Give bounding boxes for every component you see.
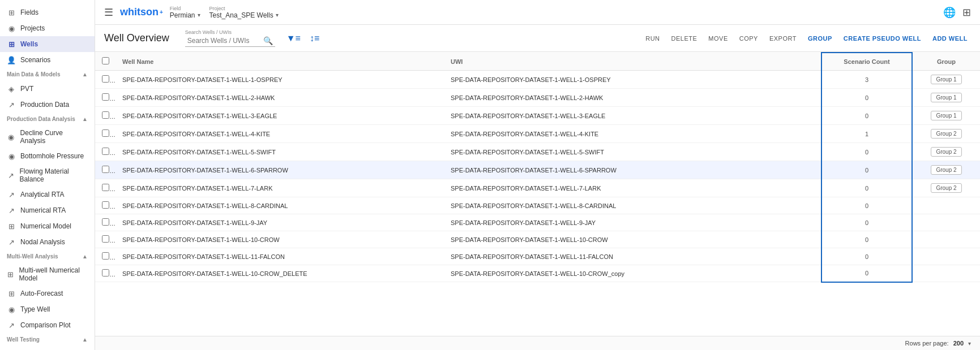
sidebar-item-comparison-plot[interactable]: ↗ Comparison Plot	[0, 317, 95, 333]
group-badge[interactable]: Group 2	[931, 183, 961, 193]
add-well-button[interactable]: ADD WELL	[929, 33, 971, 44]
select-all-checkbox[interactable]	[102, 57, 109, 64]
auto-forecast-label: Auto-Forecast	[20, 289, 63, 297]
row-checkbox-cell[interactable]	[95, 107, 115, 125]
group-button[interactable]: GROUP	[804, 33, 836, 44]
table-row: SPE-DATA-REPOSITORY-DATASET-1-WELL-11-FA…	[95, 248, 980, 265]
row-scenario-count: 0	[821, 231, 912, 248]
wells-table: Well Name UWI Scenario Count Group SPE-D…	[95, 52, 980, 283]
table-row: SPE-DATA-REPOSITORY-DATASET-1-WELL-10-CR…	[95, 265, 980, 282]
sidebar-item-pvt[interactable]: ◈ PVT	[0, 81, 95, 97]
field-value[interactable]: Permian ▾	[170, 11, 200, 19]
copy-button[interactable]: COPY	[736, 33, 761, 44]
row-checkbox[interactable]	[102, 269, 109, 276]
main-data-label: Main Data & Models	[7, 71, 60, 77]
row-group[interactable]: Group 1	[912, 107, 980, 125]
row-checkbox[interactable]	[102, 218, 109, 226]
row-checkbox-cell[interactable]	[95, 143, 115, 161]
globe-icon[interactable]: 🌐	[943, 6, 956, 19]
sidebar-item-bottomhole[interactable]: ◉ Bottomhole Pressure	[0, 148, 95, 164]
project-selector[interactable]: Project Test_Ana_SPE Wells ▾	[209, 6, 279, 19]
row-checkbox[interactable]	[102, 93, 109, 101]
sidebar-item-projects[interactable]: ◉ Projects	[0, 20, 95, 36]
sidebar-item-type-well[interactable]: ◉ Type Well	[0, 301, 95, 317]
group-badge[interactable]: Group 1	[931, 93, 961, 102]
row-checkbox-cell[interactable]	[95, 161, 115, 179]
apps-icon[interactable]: ⊞	[962, 6, 971, 19]
move-button[interactable]: MOVE	[705, 33, 731, 44]
main-data-chevron: ▲	[82, 71, 88, 77]
row-group[interactable]: Group 2	[912, 161, 980, 179]
multiwell-section-toggle[interactable]: Multi-Well Analysis ▲	[0, 250, 95, 263]
field-selector[interactable]: Field Permian ▾	[170, 6, 200, 19]
table-footer: Rows per page: 200 ▾	[95, 336, 980, 350]
row-checkbox[interactable]	[102, 252, 109, 260]
row-group[interactable]: Group 2	[912, 143, 980, 161]
topbar-right: 🌐 ⊞	[943, 6, 971, 19]
group-badge[interactable]: Group 2	[931, 129, 961, 139]
row-checkbox[interactable]	[102, 166, 109, 173]
row-checkbox-cell[interactable]	[95, 265, 115, 282]
sidebar-item-flowing-material[interactable]: ↗ Flowing Material Balance	[0, 164, 95, 187]
row-scenario-count: 0	[821, 179, 912, 197]
sidebar-item-auto-forecast[interactable]: ⊞ Auto-Forecast	[0, 286, 95, 301]
sidebar-item-numerical-model[interactable]: ⊞ Numerical Model	[0, 218, 95, 234]
row-group[interactable]: Group 2	[912, 179, 980, 197]
row-checkbox-cell[interactable]	[95, 214, 115, 231]
row-checkbox[interactable]	[102, 148, 109, 155]
run-button[interactable]: RUN	[642, 33, 663, 44]
row-checkbox[interactable]	[102, 235, 109, 243]
row-checkbox-cell[interactable]	[95, 179, 115, 197]
production-analysis-section-toggle[interactable]: Production Data Analysis ▲	[0, 113, 95, 126]
row-well-name: SPE-DATA-REPOSITORY-DATASET-1-WELL-6-SPA…	[115, 161, 444, 179]
row-checkbox[interactable]	[102, 111, 109, 119]
row-checkbox[interactable]	[102, 129, 109, 137]
row-well-name: SPE-DATA-REPOSITORY-DATASET-1-WELL-2-HAW…	[115, 89, 444, 107]
row-group[interactable]: Group 1	[912, 71, 980, 89]
row-checkbox[interactable]	[102, 75, 109, 83]
row-checkbox-cell[interactable]	[95, 197, 115, 214]
header-check[interactable]	[95, 53, 115, 71]
table-row: SPE-DATA-REPOSITORY-DATASET-1-WELL-1-OSP…	[95, 71, 980, 89]
sidebar-item-decline-curve[interactable]: ◉ Decline Curve Analysis	[0, 126, 95, 148]
export-button[interactable]: EXPORT	[766, 33, 800, 44]
sidebar-item-wells[interactable]: ⊞ Wells	[0, 36, 95, 52]
search-icon[interactable]: 🔍	[263, 36, 273, 45]
main-data-section-toggle[interactable]: Main Data & Models ▲	[0, 68, 95, 81]
sidebar-item-fields[interactable]: ⊞ Fields	[0, 5, 95, 20]
row-checkbox-cell[interactable]	[95, 89, 115, 107]
sidebar-item-nodal-analysis[interactable]: ↗ Nodal Analysis	[0, 234, 95, 250]
sidebar-item-production-data[interactable]: ↗ Production Data	[0, 97, 95, 113]
row-well-name: SPE-DATA-REPOSITORY-DATASET-1-WELL-5-SWI…	[115, 143, 444, 161]
row-checkbox-cell[interactable]	[95, 248, 115, 265]
project-value[interactable]: Test_Ana_SPE Wells ▾	[209, 11, 279, 19]
sort-icon[interactable]: ↕≡	[310, 33, 319, 44]
numerical-model-label: Numerical Model	[20, 222, 71, 230]
group-badge[interactable]: Group 1	[931, 75, 961, 84]
table-row: SPE-DATA-REPOSITORY-DATASET-1-WELL-5-SWI…	[95, 143, 980, 161]
delete-button[interactable]: DELETE	[668, 33, 701, 44]
row-checkbox-cell[interactable]	[95, 71, 115, 89]
filter-icon[interactable]: ▼≡	[286, 33, 301, 44]
group-badge[interactable]: Group 1	[931, 111, 961, 120]
search-input[interactable]	[187, 37, 261, 45]
sidebar-item-analytical-rta[interactable]: ↗ Analytical RTA	[0, 187, 95, 202]
row-group[interactable]: Group 1	[912, 89, 980, 107]
rows-per-page-chevron[interactable]: ▾	[968, 340, 971, 347]
row-group[interactable]: Group 2	[912, 125, 980, 143]
sidebar-item-numerical-rta[interactable]: ↗ Numerical RTA	[0, 202, 95, 218]
row-checkbox-cell[interactable]	[95, 231, 115, 248]
row-checkbox[interactable]	[102, 184, 109, 191]
well-testing-section-toggle[interactable]: Well Testing ▲	[0, 333, 95, 346]
group-badge[interactable]: Group 2	[931, 165, 961, 175]
sidebar-item-chow-pressure[interactable]: ··· Chow Pressure Group	[0, 346, 95, 350]
projects-icon: ◉	[7, 24, 16, 33]
row-checkbox[interactable]	[102, 201, 109, 209]
group-badge[interactable]: Group 2	[931, 147, 961, 157]
menu-icon[interactable]: ☰	[104, 6, 113, 19]
sidebar-item-scenarios[interactable]: 👤 Scenarios	[0, 52, 95, 68]
sidebar-item-multiwell-numerical[interactable]: ⊞ Multi-well Numerical Model	[0, 263, 95, 286]
project-chevron: ▾	[276, 12, 279, 18]
create-pseudo-button[interactable]: CREATE PSEUDO WELL	[840, 33, 925, 44]
row-checkbox-cell[interactable]	[95, 125, 115, 143]
